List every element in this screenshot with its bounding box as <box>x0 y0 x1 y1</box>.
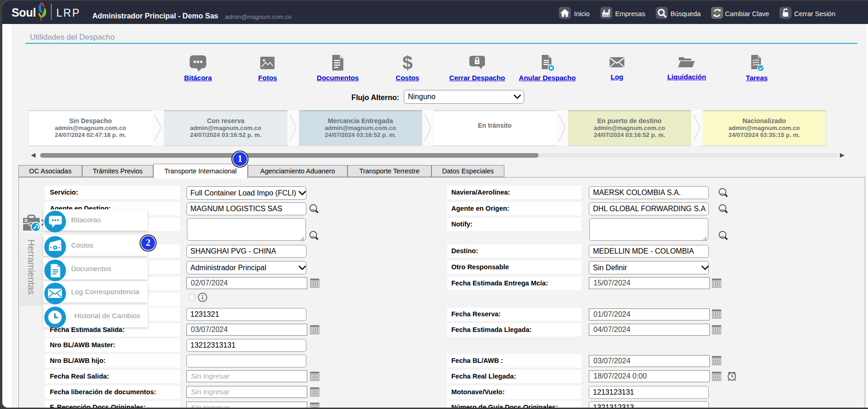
svg-text:$: $ <box>402 53 413 72</box>
